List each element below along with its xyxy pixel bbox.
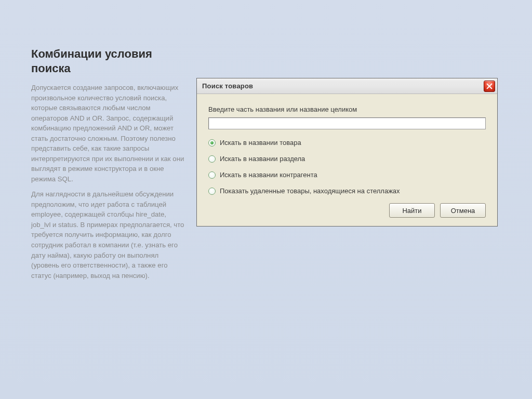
close-button[interactable] <box>484 81 495 92</box>
cancel-button[interactable]: Отмена <box>440 203 486 218</box>
dialog-body: Введите часть названия или название цели… <box>197 94 497 226</box>
radio-option-show-deleted[interactable]: Показать удаленные товары, находящиеся н… <box>208 187 486 195</box>
radio-label: Искать в названии раздела <box>220 155 305 163</box>
paragraph-2: Для наглядности в дальнейшем обсуждении … <box>31 189 187 281</box>
page-title: Комбинации условия поиска <box>31 47 187 75</box>
search-prompt-label: Введите часть названия или название цели… <box>208 105 486 113</box>
radio-icon <box>208 188 216 195</box>
slide: Комбинации условия поиска Допускается со… <box>0 0 532 399</box>
figure-column: Поиск товаров Введите часть названия или… <box>196 47 501 378</box>
radio-icon <box>208 171 216 179</box>
radio-option-counterparty-name[interactable]: Искать в названии контрагента <box>208 171 486 179</box>
radio-option-section-name[interactable]: Искать в названии раздела <box>208 155 486 163</box>
dialog-title: Поиск товаров <box>202 82 253 90</box>
radio-label: Искать в названии контрагента <box>220 171 317 179</box>
radio-icon <box>208 139 216 147</box>
dialog-button-row: Найти Отмена <box>208 203 486 218</box>
radio-option-product-name[interactable]: Искать в названии товара <box>208 139 486 147</box>
search-dialog: Поиск товаров Введите часть названия или… <box>196 78 498 227</box>
radio-icon <box>208 155 216 163</box>
text-column: Комбинации условия поиска Допускается со… <box>31 47 187 378</box>
search-input[interactable] <box>208 117 486 129</box>
radio-label: Искать в названии товара <box>220 139 301 147</box>
find-button[interactable]: Найти <box>389 203 435 218</box>
paragraph-1: Допускается создание запросов, включающи… <box>31 83 187 184</box>
radio-label: Показать удаленные товары, находящиеся н… <box>220 187 400 195</box>
close-icon <box>486 83 493 89</box>
dialog-titlebar: Поиск товаров <box>197 78 497 94</box>
search-scope-radio-group: Искать в названии товара Искать в назван… <box>208 139 486 195</box>
